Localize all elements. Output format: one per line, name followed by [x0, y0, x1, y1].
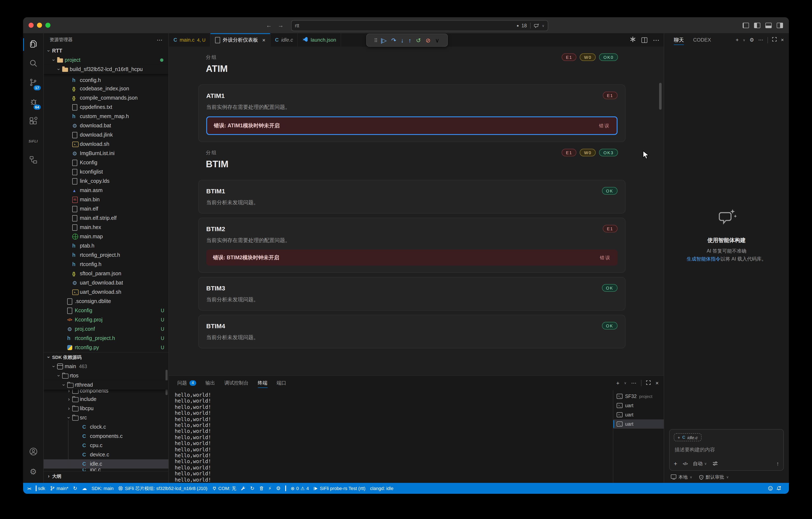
chat-input-placeholder[interactable]: 描述要构建的内容: [675, 446, 778, 454]
tree-item-clock-c[interactable]: Cclock.c: [44, 422, 169, 432]
new-chat-icon[interactable]: +: [736, 37, 739, 43]
history-back-icon[interactable]: ←: [266, 22, 272, 29]
codex-icon[interactable]: [630, 36, 636, 44]
tree-item-link-copy-lds[interactable]: link_copy.lds: [44, 176, 169, 186]
chat-sparkle-icon[interactable]: [534, 23, 540, 28]
panel-tab-终端[interactable]: 终端: [258, 376, 267, 390]
tree-item-rtconfig-py[interactable]: rtconfig.pyU: [44, 343, 169, 352]
panel-tab-问题[interactable]: 问题4: [177, 376, 196, 390]
tree-item-cppdefines-txt[interactable]: cppdefines.txt: [44, 103, 169, 112]
status-wrench[interactable]: [241, 486, 245, 491]
error-banner[interactable]: 错误: BTIM2模块时钟未开启错误: [206, 250, 617, 266]
close-window-button[interactable]: [29, 23, 34, 28]
split-editor-icon[interactable]: [641, 37, 647, 43]
status-sdk-main[interactable]: SDK: main: [92, 486, 114, 491]
status-cloud-download[interactable]: ☁: [82, 485, 87, 491]
tree-item-proj-conf[interactable]: ⚙proj.confU: [44, 324, 169, 334]
activity-item-extensions[interactable]: [23, 112, 43, 132]
tree-item-kconfig[interactable]: Kconfig: [44, 158, 169, 167]
status-com-无[interactable]: COM: 无: [212, 485, 236, 491]
status-0[interactable]: ⊗0⚠4: [291, 486, 309, 491]
tree-item-build-sf32lb52-lcd-n16r8-hcpu[interactable]: ›build_sf32lb52-lcd_n16r8_hcpu: [44, 65, 169, 74]
tree-item-kconfiglist[interactable]: kconfiglist: [44, 167, 169, 176]
card-btim4[interactable]: BTIM4OK当前分析未发现问题。: [198, 315, 626, 348]
send-button[interactable]: ↑: [776, 460, 779, 467]
more-chevron-icon[interactable]: ∨: [435, 37, 439, 43]
status-bell[interactable]: [776, 486, 781, 491]
tree-item-custom-mem-map-h[interactable]: hcustom_mem_map.h: [44, 112, 169, 121]
tab-main-c[interactable]: Cmain.c4, U: [169, 33, 210, 47]
chat-more-icon[interactable]: ⋯: [758, 37, 763, 43]
dashboard-scrollbar[interactable]: [659, 83, 662, 110]
tab-外设分析仪表板[interactable]: 外设分析仪表板×: [210, 33, 270, 47]
step-out-icon[interactable]: ↑: [408, 37, 411, 43]
chat-maximize-icon[interactable]: [772, 37, 777, 43]
generate-agent-instructions-link[interactable]: 生成智能体指令: [687, 256, 720, 262]
chat-tab-聊天[interactable]: 聊天: [674, 33, 684, 47]
status-feedback[interactable]: [768, 486, 773, 491]
chat-input-card[interactable]: + C idle.c 描述要构建的内容 + </> 自动∨: [669, 429, 784, 471]
tree-item-main-elf[interactable]: main.elf: [44, 204, 169, 214]
step-into-icon[interactable]: ↓: [401, 37, 404, 43]
tree-item-main[interactable]: ›main463: [44, 362, 169, 371]
restart-icon[interactable]: ↺: [416, 37, 421, 43]
terminal-output[interactable]: hello,world!hello,world!hello,world!hell…: [169, 390, 613, 483]
panel-close-icon[interactable]: ×: [656, 380, 659, 386]
tree-item-download-jlink[interactable]: download.jlink: [44, 130, 169, 139]
terminal-instance-uart[interactable]: >_uart: [613, 410, 664, 419]
drag-handle-icon[interactable]: [375, 38, 377, 42]
zoom-window-button[interactable]: [46, 23, 50, 28]
approval-selector[interactable]: 默认审批∨: [699, 474, 729, 480]
tree-item-rtconfig-project-h[interactable]: hrtconfig_project.hU: [44, 334, 169, 343]
tree-item-download-bat[interactable]: ⚙download.bat: [44, 121, 169, 130]
status-monitor[interactable]: [285, 486, 286, 491]
tree-item-components[interactable]: ›components: [44, 389, 169, 394]
tree-item-rtconfig-h[interactable]: hrtconfig.h: [44, 260, 169, 269]
chat-tab-codex[interactable]: CODEX: [693, 33, 711, 47]
status-sifli-probe-rs-test-rtt[interactable]: SiFli probe-rs Test (rtt): [314, 486, 366, 491]
tree-item-rtos[interactable]: ›rtos: [44, 371, 169, 380]
status-gear[interactable]: ⚙: [276, 485, 281, 491]
tree-item-project[interactable]: ›project: [44, 55, 169, 65]
code-icon[interactable]: </>: [683, 461, 688, 466]
terminal-instance-uart[interactable]: >_uart: [613, 419, 664, 429]
activity-item-account[interactable]: [23, 442, 43, 462]
tree-item-libcpu[interactable]: ›libcpu: [44, 404, 169, 413]
new-terminal-icon[interactable]: +: [616, 380, 619, 386]
tree-item-compile-commands-json[interactable]: {}compile_commands.json: [44, 93, 169, 103]
toggle-panel-icon[interactable]: [765, 23, 772, 28]
activity-item-search[interactable]: [23, 54, 43, 74]
tree-item-main-asm[interactable]: ▲main.asm: [44, 186, 169, 195]
status-sync[interactable]: ↻: [250, 485, 254, 491]
status-remote[interactable]: ><: [27, 486, 31, 491]
card-btim1[interactable]: BTIM1OK当前分析未发现问题。: [198, 180, 626, 214]
tree-section-sdk-依赖源码[interactable]: ›SDK 依赖源码: [44, 352, 169, 362]
panel-tab-输出[interactable]: 输出: [205, 376, 215, 390]
status-trash[interactable]: [259, 486, 264, 491]
tree-item-download-sh[interactable]: >_download.sh: [44, 139, 169, 149]
command-center-search[interactable]: rtt ● 18 ∨: [291, 20, 548, 31]
terminal-instance-sf32[interactable]: >_SF32project: [613, 392, 664, 401]
tree-item-src[interactable]: ›src: [44, 413, 169, 422]
panel-maximize-icon[interactable]: [646, 380, 651, 386]
tune-sliders-icon[interactable]: [712, 461, 718, 466]
status-main[interactable]: main*: [50, 486, 68, 491]
tree-item-include[interactable]: ›include: [44, 394, 169, 404]
chat-close-icon[interactable]: ×: [781, 37, 784, 43]
error-banner[interactable]: 错误: ATIM1模块时钟未开启错误: [206, 116, 617, 135]
status-bolt[interactable]: ⚡: [268, 486, 271, 491]
tree-section-大纲[interactable]: ›大纲: [44, 471, 169, 481]
history-forward-icon[interactable]: →: [278, 22, 284, 29]
tree-item-kconfig-proj[interactable]: </>Kconfig.projU: [44, 315, 169, 324]
explorer-more-icon[interactable]: ⋯: [157, 36, 163, 43]
environment-selector[interactable]: 本地∨: [671, 474, 692, 480]
mode-selector[interactable]: 自动∨: [693, 460, 707, 467]
card-atim1[interactable]: ATIM1E1当前实例存在需要处理的配置问题。错误: ATIM1模块时钟未开启错…: [198, 84, 626, 142]
status-clangd-idle[interactable]: clangd: idle: [370, 486, 394, 491]
chat-settings-gear-icon[interactable]: ⚙: [749, 37, 754, 43]
continue-icon[interactable]: |▷: [381, 37, 387, 43]
tree-item-rtconfig-project-h[interactable]: hrtconfig_project.h: [44, 250, 169, 260]
tree-item-components-c[interactable]: Ccomponents.c: [44, 432, 169, 441]
activity-item-source-control[interactable]: 17: [23, 74, 43, 93]
minimize-window-button[interactable]: [37, 23, 42, 28]
